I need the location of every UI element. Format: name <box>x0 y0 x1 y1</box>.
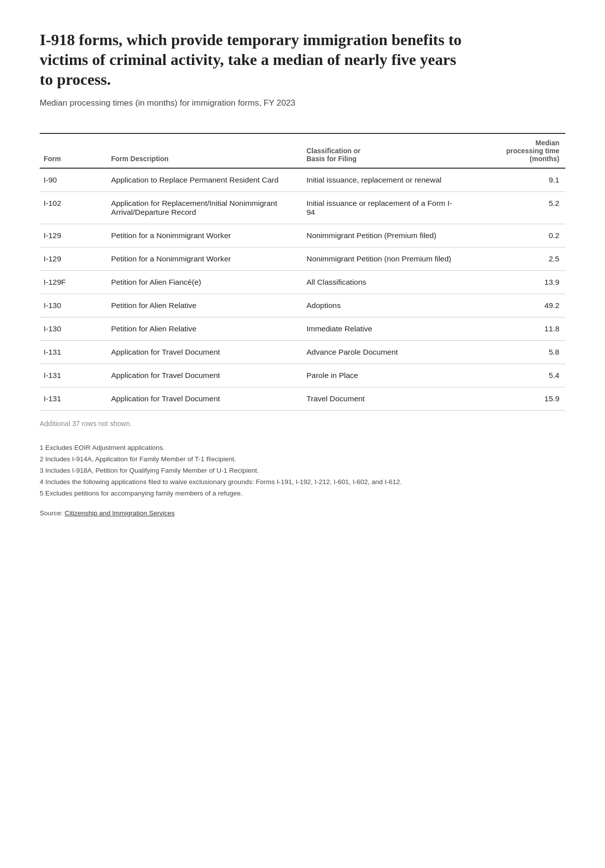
cell-description: Petition for a Nonimmigrant Worker <box>107 224 302 248</box>
cell-form: I-129F <box>40 271 107 294</box>
cell-time: 9.1 <box>464 168 565 192</box>
cell-time: 5.8 <box>464 341 565 364</box>
cell-time: 13.9 <box>464 271 565 294</box>
table-row: I-129Petition for a Nonimmigrant WorkerN… <box>40 248 565 271</box>
table-row: I-102Application for Replacement/Initial… <box>40 192 565 224</box>
cell-time: 5.4 <box>464 364 565 387</box>
table-row: I-129FPetition for Alien Fiancé(e)All Cl… <box>40 271 565 294</box>
cell-time: 11.8 <box>464 317 565 341</box>
cell-time: 49.2 <box>464 294 565 317</box>
cell-classification: Adoptions <box>302 294 464 317</box>
table-row: I-90Application to Replace Permanent Res… <box>40 168 565 192</box>
table-row: I-131Application for Travel DocumentParo… <box>40 364 565 387</box>
cell-classification: Initial issuance, replacement or renewal <box>302 168 464 192</box>
cell-form: I-129 <box>40 224 107 248</box>
cell-classification: Nonimmigrant Petition (non Premium filed… <box>302 248 464 271</box>
table-row: I-131Application for Travel DocumentAdva… <box>40 341 565 364</box>
cell-form: I-131 <box>40 341 107 364</box>
footnote-5: 5 Excludes petitions for accompanying fa… <box>40 488 511 499</box>
cell-classification: Travel Document <box>302 387 464 411</box>
cell-form: I-90 <box>40 168 107 192</box>
data-table: Form Form Description Classification or … <box>40 133 565 411</box>
cell-description: Petition for Alien Relative <box>107 317 302 341</box>
cell-description: Petition for a Nonimmigrant Worker <box>107 248 302 271</box>
cell-description: Application to Replace Permanent Residen… <box>107 168 302 192</box>
footnote-2: 2 Includes I-914A, Application for Famil… <box>40 454 511 465</box>
cell-time: 15.9 <box>464 387 565 411</box>
table-row: I-129Petition for a Nonimmigrant WorkerN… <box>40 224 565 248</box>
footnote-4: 4 Includes the following applications fi… <box>40 477 511 488</box>
cell-time: 0.2 <box>464 224 565 248</box>
cell-classification: Nonimmigrant Petition (Premium filed) <box>302 224 464 248</box>
cell-form: I-130 <box>40 294 107 317</box>
table-header-row: Form Form Description Classification or … <box>40 133 565 168</box>
cell-form: I-102 <box>40 192 107 224</box>
chart-subtitle: Median processing times (in months) for … <box>40 98 565 108</box>
footnotes-section: 1 Excludes EOIR Adjustment applications.… <box>40 442 511 499</box>
cell-classification: Advance Parole Document <box>302 341 464 364</box>
col-header-description: Form Description <box>107 133 302 168</box>
cell-form: I-131 <box>40 364 107 387</box>
cell-time: 2.5 <box>464 248 565 271</box>
footnote-3: 3 Includes I-918A, Petition for Qualifyi… <box>40 465 511 477</box>
cell-classification: Parole in Place <box>302 364 464 387</box>
source-line: Source: Citizenship and Immigration Serv… <box>40 509 565 517</box>
cell-description: Application for Travel Document <box>107 364 302 387</box>
cell-classification: Initial issuance or replacement of a For… <box>302 192 464 224</box>
cell-description: Application for Travel Document <box>107 387 302 411</box>
table-row: I-130Petition for Alien RelativeAdoption… <box>40 294 565 317</box>
cell-form: I-129 <box>40 248 107 271</box>
additional-rows-note: Additional 37 rows not shown. <box>40 420 565 428</box>
col-header-form: Form <box>40 133 107 168</box>
source-label: Source: <box>40 509 64 517</box>
cell-description: Application for Replacement/Initial Noni… <box>107 192 302 224</box>
cell-description: Application for Travel Document <box>107 341 302 364</box>
col-header-classification: Classification or Basis for Filing <box>302 133 464 168</box>
cell-classification: Immediate Relative <box>302 317 464 341</box>
source-link[interactable]: Citizenship and Immigration Services <box>64 509 175 517</box>
col-header-time: Median processing time (months) <box>464 133 565 168</box>
cell-classification: All Classifications <box>302 271 464 294</box>
table-row: I-131Application for Travel DocumentTrav… <box>40 387 565 411</box>
cell-description: Petition for Alien Relative <box>107 294 302 317</box>
cell-form: I-131 <box>40 387 107 411</box>
page-headline: I-918 forms, which provide temporary imm… <box>40 30 466 89</box>
cell-form: I-130 <box>40 317 107 341</box>
cell-time: 5.2 <box>464 192 565 224</box>
footnote-1: 1 Excludes EOIR Adjustment applications. <box>40 442 511 454</box>
cell-description: Petition for Alien Fiancé(e) <box>107 271 302 294</box>
table-row: I-130Petition for Alien RelativeImmediat… <box>40 317 565 341</box>
